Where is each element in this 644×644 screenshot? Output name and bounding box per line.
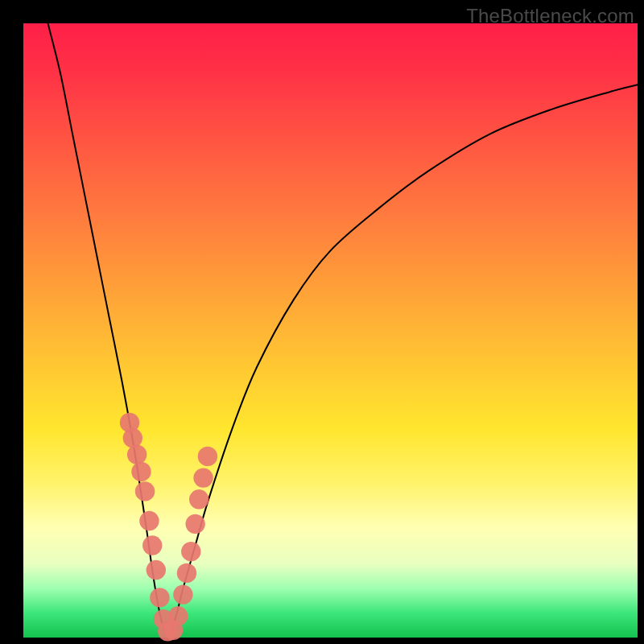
bead-marker [150,588,169,607]
bead-marker [127,444,147,464]
bead-marker [177,564,196,583]
chart-frame: TheBottleneck.com [0,0,644,644]
curve-layer [23,23,638,638]
bead-marker [193,468,213,487]
bead-marker [147,560,166,580]
bead-marker [123,428,142,448]
bead-marker [139,511,159,530]
bead-marker [181,542,200,561]
curve-markers [120,413,217,642]
bead-marker [168,606,188,625]
bead-marker [189,489,208,509]
bead-marker [131,462,151,481]
bead-marker [142,535,162,555]
bead-marker [173,584,192,604]
bottleneck-curve [48,23,638,634]
bead-marker [185,514,204,534]
bead-marker [135,481,155,501]
bead-marker [198,447,217,466]
plot-area [23,23,638,638]
watermark-text: TheBottleneck.com [466,5,634,27]
